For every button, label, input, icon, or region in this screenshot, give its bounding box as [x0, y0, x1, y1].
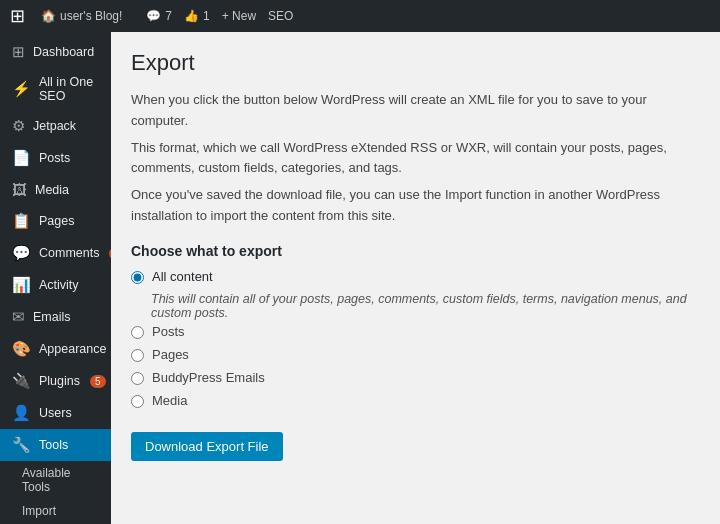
- users-icon: 👤: [12, 404, 31, 422]
- sidebar-item-jetpack[interactable]: ⚙ Jetpack: [0, 110, 111, 142]
- description-1: When you click the button below WordPres…: [131, 90, 700, 132]
- pages-icon: 📋: [12, 212, 31, 230]
- main-layout: ⊞ Dashboard ⚡ All in One SEO ⚙ Jetpack 📄…: [0, 32, 720, 524]
- comments-count: 7: [165, 9, 172, 23]
- comment-bubble-icon: 💬: [146, 9, 161, 23]
- appearance-icon: 🎨: [12, 340, 31, 358]
- jetpack-icon: ⚙: [12, 117, 25, 135]
- sidebar-item-label: Comments: [39, 246, 99, 260]
- sidebar-item-tools[interactable]: 🔧 Tools: [0, 429, 111, 461]
- seo-icon: ⚡: [12, 80, 31, 98]
- sidebar-item-pages[interactable]: 📋 Pages: [0, 205, 111, 237]
- description-2: This format, which we call WordPress eXt…: [131, 138, 700, 180]
- sidebar-item-posts[interactable]: 📄 Posts: [0, 142, 111, 174]
- sidebar-item-label: Emails: [33, 310, 71, 324]
- sidebar-item-label: Pages: [39, 214, 74, 228]
- media-icon: 🖼: [12, 181, 27, 198]
- radio-pages[interactable]: [131, 349, 144, 362]
- site-icon: 🏠: [41, 9, 56, 23]
- admin-bar-comments[interactable]: 💬 7: [146, 9, 172, 23]
- radio-media[interactable]: [131, 395, 144, 408]
- tools-icon: 🔧: [12, 436, 31, 454]
- sidebar-item-label: Tools: [39, 438, 68, 452]
- sidebar-item-users[interactable]: 👤 Users: [0, 397, 111, 429]
- section-title: Choose what to export: [131, 243, 700, 259]
- admin-bar-thumbs[interactable]: 👍 1: [184, 9, 210, 23]
- sidebar-item-comments[interactable]: 💬 Comments 1: [0, 237, 111, 269]
- thumbs-count: 1: [203, 9, 210, 23]
- sidebar-item-label: Dashboard: [33, 45, 94, 59]
- admin-bar-site[interactable]: 🏠 user's Blog!: [41, 9, 122, 23]
- radio-posts[interactable]: [131, 326, 144, 339]
- radio-all-content[interactable]: [131, 271, 144, 284]
- radio-buddypress-emails[interactable]: [131, 372, 144, 385]
- sidebar: ⊞ Dashboard ⚡ All in One SEO ⚙ Jetpack 📄…: [0, 32, 111, 524]
- main-content: Export When you click the button below W…: [111, 32, 720, 524]
- sidebar-item-label: All in One SEO: [39, 75, 101, 103]
- thumbs-icon: 👍: [184, 9, 199, 23]
- sidebar-item-dashboard[interactable]: ⊞ Dashboard: [0, 36, 111, 68]
- submenu-item-import[interactable]: Import: [0, 499, 111, 523]
- emails-icon: ✉: [12, 308, 25, 326]
- sidebar-item-label: Users: [39, 406, 72, 420]
- plugins-icon: 🔌: [12, 372, 31, 390]
- sidebar-item-label: Plugins: [39, 374, 80, 388]
- all-content-sublabel: This will contain all of your posts, pag…: [151, 292, 700, 320]
- export-options: All content This will contain all of you…: [131, 269, 700, 408]
- sidebar-item-appearance[interactable]: 🎨 Appearance: [0, 333, 111, 365]
- posts-icon: 📄: [12, 149, 31, 167]
- sidebar-item-label: Activity: [39, 278, 79, 292]
- activity-icon: 📊: [12, 276, 31, 294]
- label-media[interactable]: Media: [152, 393, 187, 408]
- sidebar-item-media[interactable]: 🖼 Media: [0, 174, 111, 205]
- admin-bar: ⊞ 🏠 user's Blog! 💬 7 👍 1 + New SEO: [0, 0, 720, 32]
- desc1-text: When you click the button below WordPres…: [131, 92, 647, 128]
- submenu-item-available-tools[interactable]: Available Tools: [0, 461, 111, 499]
- option-buddypress-emails: BuddyPress Emails: [131, 370, 700, 385]
- option-media: Media: [131, 393, 700, 408]
- comments-icon: 💬: [12, 244, 31, 262]
- option-all-content: All content: [131, 269, 700, 284]
- label-posts[interactable]: Posts: [152, 324, 185, 339]
- plugins-badge: 5: [90, 375, 106, 388]
- sidebar-item-activity[interactable]: 📊 Activity: [0, 269, 111, 301]
- option-pages: Pages: [131, 347, 700, 362]
- label-all-content[interactable]: All content: [152, 269, 213, 284]
- download-export-button[interactable]: Download Export File: [131, 432, 283, 461]
- desc3-text: Once you've saved the download file, you…: [131, 187, 660, 223]
- wp-logo-icon[interactable]: ⊞: [10, 5, 25, 27]
- sidebar-item-emails[interactable]: ✉ Emails: [0, 301, 111, 333]
- sidebar-item-label: Posts: [39, 151, 70, 165]
- admin-bar-seo[interactable]: SEO: [268, 9, 293, 23]
- desc2-text: This format, which we call WordPress eXt…: [131, 140, 667, 176]
- site-name: user's Blog!: [60, 9, 122, 23]
- page-title: Export: [131, 50, 700, 76]
- sidebar-item-all-in-one-seo[interactable]: ⚡ All in One SEO: [0, 68, 111, 110]
- option-posts: Posts: [131, 324, 700, 339]
- sidebar-item-plugins[interactable]: 🔌 Plugins 5: [0, 365, 111, 397]
- dashboard-icon: ⊞: [12, 43, 25, 61]
- sidebar-item-label: Media: [35, 183, 69, 197]
- sidebar-item-label: Appearance: [39, 342, 106, 356]
- label-pages[interactable]: Pages: [152, 347, 189, 362]
- comments-badge: 1: [109, 247, 111, 260]
- description-3: Once you've saved the download file, you…: [131, 185, 700, 227]
- admin-bar-new[interactable]: + New: [222, 9, 256, 23]
- sidebar-item-label: Jetpack: [33, 119, 76, 133]
- label-buddypress-emails[interactable]: BuddyPress Emails: [152, 370, 265, 385]
